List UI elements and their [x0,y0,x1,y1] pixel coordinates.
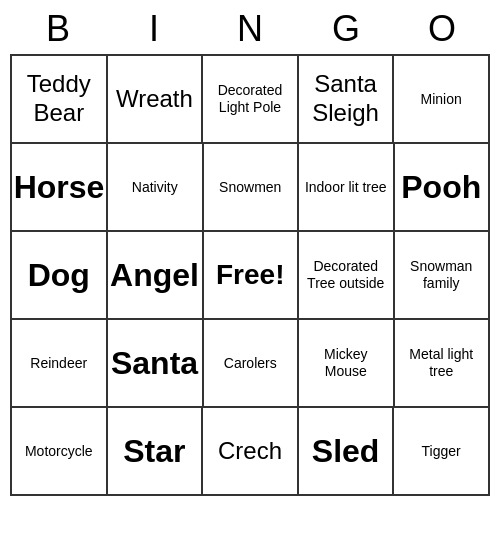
bingo-header: B I N G O [10,0,490,54]
bingo-cell[interactable]: Reindeer [12,320,108,408]
bingo-cell[interactable]: Sled [299,408,395,496]
bingo-cell[interactable]: Snowmen [204,144,300,232]
bingo-row: Teddy BearWreathDecorated Light PoleSant… [12,56,490,144]
bingo-cell[interactable]: Decorated Tree outside [299,232,395,320]
bingo-row: ReindeerSantaCarolersMickey MouseMetal l… [12,320,490,408]
bingo-cell[interactable]: Metal light tree [395,320,491,408]
letter-o: O [398,8,486,50]
bingo-cell[interactable]: Snowman family [395,232,491,320]
bingo-row: DogAngelFree!Decorated Tree outsideSnowm… [12,232,490,320]
bingo-row: HorseNativitySnowmenIndoor lit treePooh [12,144,490,232]
bingo-cell[interactable]: Indoor lit tree [299,144,395,232]
bingo-cell[interactable]: Crech [203,408,299,496]
bingo-cell[interactable]: Star [108,408,204,496]
bingo-cell[interactable]: Angel [108,232,204,320]
bingo-cell[interactable]: Minion [394,56,490,144]
letter-i: I [110,8,198,50]
bingo-cell[interactable]: Free! [204,232,300,320]
letter-b: B [14,8,102,50]
bingo-cell[interactable]: Mickey Mouse [299,320,395,408]
bingo-cell[interactable]: Horse [12,144,108,232]
letter-g: G [302,8,390,50]
bingo-cell[interactable]: Wreath [108,56,204,144]
bingo-cell[interactable]: Santa [108,320,204,408]
letter-n: N [206,8,294,50]
bingo-cell[interactable]: Teddy Bear [12,56,108,144]
bingo-row: MotorcycleStarCrechSledTigger [12,408,490,496]
bingo-cell[interactable]: Dog [12,232,108,320]
bingo-cell[interactable]: Decorated Light Pole [203,56,299,144]
bingo-cell[interactable]: Carolers [204,320,300,408]
bingo-cell[interactable]: Motorcycle [12,408,108,496]
bingo-cell[interactable]: Santa Sleigh [299,56,395,144]
bingo-cell[interactable]: Pooh [395,144,491,232]
bingo-grid: Teddy BearWreathDecorated Light PoleSant… [10,54,490,496]
bingo-cell[interactable]: Tigger [394,408,490,496]
bingo-cell[interactable]: Nativity [108,144,204,232]
